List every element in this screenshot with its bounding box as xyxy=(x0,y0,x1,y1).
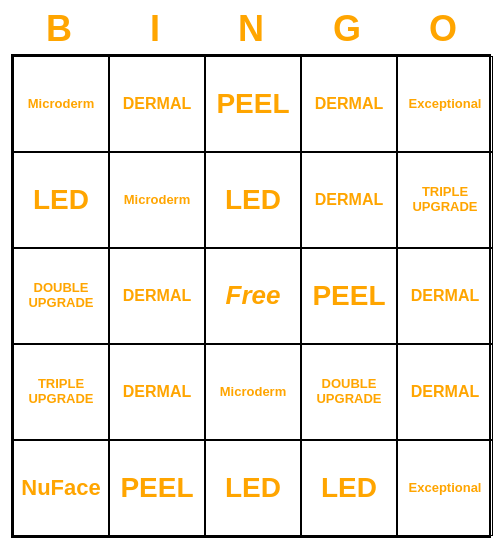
cell-text-r1-c2: LED xyxy=(225,184,281,216)
cell-r4-c0: NuFace xyxy=(13,440,109,536)
bingo-header: BINGO xyxy=(11,8,491,50)
bingo-letter-G: G xyxy=(303,8,391,50)
cell-text-r4-c3: LED xyxy=(321,472,377,504)
cell-text-r2-c2: Free xyxy=(226,281,281,311)
cell-text-r4-c0: NuFace xyxy=(21,475,100,500)
cell-text-r3-c4: DERMAL xyxy=(411,383,479,401)
cell-r0-c0: Microderm xyxy=(13,56,109,152)
cell-r0-c4: Exceptional xyxy=(397,56,493,152)
cell-r1-c2: LED xyxy=(205,152,301,248)
cell-r1-c1: Microderm xyxy=(109,152,205,248)
cell-text-r3-c2: Microderm xyxy=(220,385,286,400)
bingo-grid: MicrodermDERMALPEELDERMALExceptionalLEDM… xyxy=(11,54,491,538)
cell-text-r0-c2: PEEL xyxy=(216,88,289,120)
cell-r0-c3: DERMAL xyxy=(301,56,397,152)
cell-r2-c1: DERMAL xyxy=(109,248,205,344)
cell-r4-c2: LED xyxy=(205,440,301,536)
cell-r1-c4: TRIPLE UPGRADE xyxy=(397,152,493,248)
cell-r2-c3: PEEL xyxy=(301,248,397,344)
cell-r3-c2: Microderm xyxy=(205,344,301,440)
cell-r4-c1: PEEL xyxy=(109,440,205,536)
cell-text-r4-c2: LED xyxy=(225,472,281,504)
cell-r3-c4: DERMAL xyxy=(397,344,493,440)
cell-r1-c0: LED xyxy=(13,152,109,248)
cell-r2-c2: Free xyxy=(205,248,301,344)
cell-text-r2-c1: DERMAL xyxy=(123,287,191,305)
cell-r4-c3: LED xyxy=(301,440,397,536)
cell-text-r1-c3: DERMAL xyxy=(315,191,383,209)
bingo-letter-I: I xyxy=(111,8,199,50)
cell-r0-c2: PEEL xyxy=(205,56,301,152)
cell-text-r3-c3: DOUBLE UPGRADE xyxy=(306,377,392,407)
cell-r2-c4: DERMAL xyxy=(397,248,493,344)
cell-text-r4-c4: Exceptional xyxy=(409,481,482,496)
cell-text-r1-c1: Microderm xyxy=(124,193,190,208)
cell-text-r2-c3: PEEL xyxy=(312,280,385,312)
cell-r2-c0: DOUBLE UPGRADE xyxy=(13,248,109,344)
cell-text-r1-c4: TRIPLE UPGRADE xyxy=(402,185,488,215)
cell-r1-c3: DERMAL xyxy=(301,152,397,248)
cell-text-r1-c0: LED xyxy=(33,184,89,216)
cell-r3-c3: DOUBLE UPGRADE xyxy=(301,344,397,440)
cell-text-r0-c0: Microderm xyxy=(28,97,94,112)
cell-text-r0-c3: DERMAL xyxy=(315,95,383,113)
cell-r4-c4: Exceptional xyxy=(397,440,493,536)
bingo-letter-O: O xyxy=(399,8,487,50)
bingo-letter-B: B xyxy=(15,8,103,50)
cell-text-r0-c4: Exceptional xyxy=(409,97,482,112)
cell-text-r2-c4: DERMAL xyxy=(411,287,479,305)
cell-text-r0-c1: DERMAL xyxy=(123,95,191,113)
cell-text-r3-c1: DERMAL xyxy=(123,383,191,401)
cell-text-r2-c0: DOUBLE UPGRADE xyxy=(18,281,104,311)
cell-text-r4-c1: PEEL xyxy=(120,472,193,504)
cell-r3-c1: DERMAL xyxy=(109,344,205,440)
cell-text-r3-c0: TRIPLE UPGRADE xyxy=(18,377,104,407)
bingo-letter-N: N xyxy=(207,8,295,50)
cell-r0-c1: DERMAL xyxy=(109,56,205,152)
cell-r3-c0: TRIPLE UPGRADE xyxy=(13,344,109,440)
